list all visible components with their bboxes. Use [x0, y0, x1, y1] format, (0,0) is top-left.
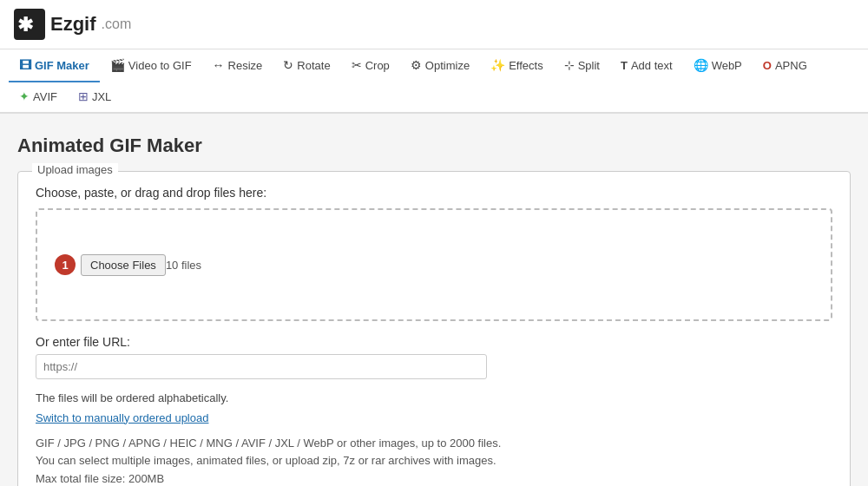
nav-label-add-text: Add text: [631, 59, 673, 72]
nav-label-apng: APNG: [775, 59, 807, 72]
apng-icon: O: [763, 59, 772, 72]
nav-item-apng[interactable]: O APNG: [753, 49, 818, 82]
video-to-gif-icon: 🎬: [110, 58, 125, 72]
split-icon: ⊹: [564, 58, 575, 72]
effects-icon: ✨: [490, 58, 505, 72]
nav-label-rotate: Rotate: [297, 59, 330, 72]
step1-badge: 1: [55, 254, 76, 275]
rotate-icon: ↻: [283, 58, 293, 72]
add-text-icon: T: [621, 59, 628, 72]
url-label: Or enter file URL:: [36, 335, 832, 349]
drop-zone[interactable]: 1 Choose Files 10 files: [36, 208, 832, 321]
upload-panel: Upload images Choose, paste, or drag and…: [17, 171, 851, 486]
url-input[interactable]: [36, 354, 487, 379]
logo-icon: ✱: [14, 9, 45, 40]
step1-row: 1 Choose Files 10 files: [55, 254, 201, 276]
nav-label-split: Split: [578, 59, 600, 72]
main-nav: 🎞 GIF Maker 🎬 Video to GIF ↔ Resize ↻ Ro…: [0, 49, 868, 114]
nav-item-optimize[interactable]: ⚙ Optimize: [400, 49, 480, 82]
nav-label-crop: Crop: [365, 59, 390, 72]
nav-label-avif: AVIF: [33, 90, 57, 103]
nav-item-video-to-gif[interactable]: 🎬 Video to GIF: [100, 49, 202, 82]
formats-line2: You can select multiple images, animated…: [36, 454, 496, 467]
logo[interactable]: ✱ Ezgif.com: [14, 9, 131, 40]
optimize-icon: ⚙: [411, 58, 422, 72]
logo-com: .com: [102, 16, 132, 32]
logo-text: Ezgif: [50, 13, 96, 36]
formats-line1: GIF / JPG / PNG / APNG / HEIC / MNG / AV…: [36, 437, 501, 450]
formats-line3: Max total file size: 200MB: [36, 472, 164, 485]
nav-item-split[interactable]: ⊹ Split: [554, 49, 610, 82]
page-title: Animated GIF Maker: [17, 135, 851, 157]
svg-text:✱: ✱: [17, 14, 34, 36]
nav-label-optimize: Optimize: [425, 59, 470, 72]
switch-order-link[interactable]: Switch to manually ordered upload: [36, 411, 208, 424]
crop-icon: ✂: [352, 58, 362, 72]
main-content: Animated GIF Maker Upload images Choose,…: [0, 114, 868, 486]
ordered-text: The files will be ordered alphabetically…: [36, 390, 832, 407]
nav-label-effects: Effects: [509, 59, 543, 72]
url-section: Or enter file URL:: [36, 335, 832, 379]
nav-label-webp: WebP: [712, 59, 742, 72]
nav-item-resize[interactable]: ↔ Resize: [202, 49, 273, 82]
resize-icon: ↔: [213, 58, 225, 72]
nav-item-webp[interactable]: 🌐 WebP: [683, 49, 753, 82]
gif-maker-icon: 🎞: [19, 58, 31, 72]
nav-label-video-to-gif: Video to GIF: [128, 59, 192, 72]
upload-panel-legend: Upload images: [32, 163, 118, 176]
jxl-icon: ⊞: [78, 89, 89, 103]
nav-item-gif-maker[interactable]: 🎞 GIF Maker: [9, 49, 100, 82]
nav-item-effects[interactable]: ✨ Effects: [480, 49, 554, 82]
formats-text: GIF / JPG / PNG / APNG / HEIC / MNG / AV…: [36, 435, 832, 487]
nav-item-crop[interactable]: ✂ Crop: [341, 49, 400, 82]
upload-drop-label: Choose, paste, or drag and drop files he…: [36, 186, 832, 200]
nav-item-add-text[interactable]: T Add text: [610, 49, 683, 82]
files-hint: 10 files: [166, 259, 201, 272]
choose-files-button[interactable]: Choose Files: [81, 254, 166, 276]
header: ✱ Ezgif.com: [0, 0, 868, 49]
nav-label-resize: Resize: [228, 59, 263, 72]
nav-item-jxl[interactable]: ⊞ JXL: [68, 81, 122, 114]
nav-item-rotate[interactable]: ↻ Rotate: [273, 49, 340, 82]
avif-icon: ✦: [19, 89, 30, 103]
nav-label-jxl: JXL: [92, 90, 111, 103]
webp-icon: 🌐: [694, 58, 708, 72]
nav-label-gif-maker: GIF Maker: [35, 59, 89, 72]
nav-item-avif[interactable]: ✦ AVIF: [9, 81, 68, 114]
